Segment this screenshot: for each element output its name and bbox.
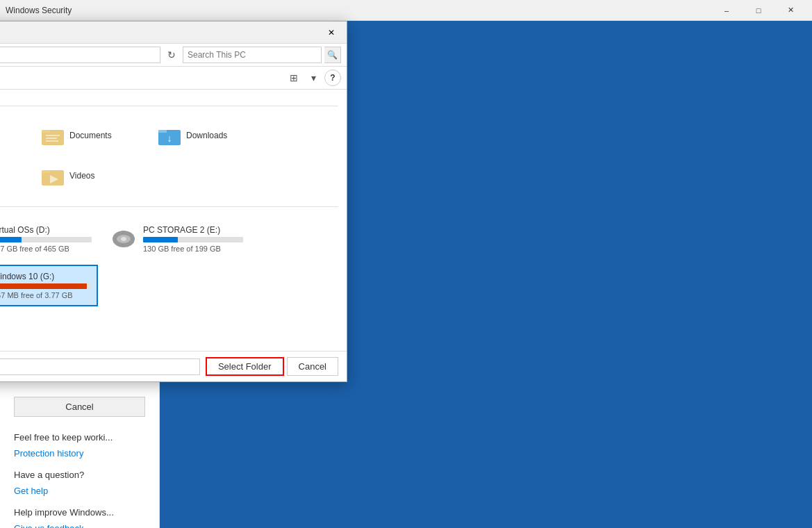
- have-question-text: Have a question?: [0, 461, 159, 483]
- drives-section-header: ▼ Devices and drives (5): [0, 201, 338, 212]
- get-help-link[interactable]: Get help: [0, 483, 159, 499]
- drive-d-info: Virtual OSs (D:) 327 GB free of 465 GB: [0, 225, 92, 253]
- folder-name: Videos: [69, 171, 94, 181]
- folders-section-header: ▼ Folders (7): [0, 101, 338, 111]
- folder-item-downloads[interactable]: ↓ Downloads: [151, 118, 262, 153]
- drive-g-name: Windows 10 (G:): [0, 272, 91, 281]
- search-button[interactable]: 🔍: [324, 47, 341, 63]
- drive-d-free: 327 GB free of 465 GB: [0, 245, 92, 253]
- titlebar-controls: – □ ✕: [711, 0, 806, 21]
- drive-g-bar: [0, 283, 91, 289]
- folder-grid: 3D 3D Objects: [0, 118, 338, 193]
- folder-downloads-icon: ↓: [157, 123, 182, 148]
- address-path[interactable]: 🖥 This PC: [0, 47, 160, 63]
- drive-g-fill: [0, 283, 87, 289]
- drive-g-free: 167 MB free of 3.77 GB: [0, 291, 91, 299]
- keep-working-text: Feel free to keep worki...: [0, 424, 159, 445]
- folder-documents-icon: [40, 123, 65, 148]
- drive-e-free: 130 GB free of 199 GB: [143, 245, 243, 253]
- drive-item-g[interactable]: ✓ Windows 10 (G:) 167 MB free of 3.77 GB: [0, 265, 98, 306]
- svg-rect-9: [46, 140, 58, 142]
- svg-point-32: [121, 237, 126, 241]
- maximize-button[interactable]: □: [743, 0, 774, 21]
- minimize-button[interactable]: –: [711, 0, 743, 21]
- drive-item-d[interactable]: Virtual OSs (D:) 327 GB free of 465 GB: [0, 219, 98, 259]
- view-dropdown-button[interactable]: ▾: [305, 69, 322, 86]
- view-toggle-button[interactable]: ⊞: [285, 69, 302, 86]
- select-folder-dialog: Select Folder ✕ ← → ▾ ↑ 🖥 This PC ↻ 🔍: [0, 21, 347, 382]
- drive-e-name: PC STORAGE 2 (E:): [143, 225, 243, 235]
- svg-rect-11: [158, 130, 167, 133]
- help-button[interactable]: ?: [324, 69, 341, 86]
- folder-item-documents[interactable]: Documents: [34, 118, 145, 153]
- svg-rect-21: [42, 170, 50, 173]
- folder-item-videos[interactable]: Videos: [34, 158, 145, 193]
- dialog-bottom-bar: Folder: Select Folder Cancel: [0, 351, 347, 381]
- dialog-close-button[interactable]: ✕: [322, 23, 341, 42]
- svg-text:↓: ↓: [167, 133, 172, 144]
- folder-item-desktop[interactable]: Desktop: [0, 118, 28, 153]
- section-divider: [0, 206, 338, 207]
- dialog-content: ⬇ Downloads 📌 🖥 This PC 📁 3D Objects 📁: [0, 90, 347, 351]
- address-bar: ← → ▾ ↑ 🖥 This PC ↻ 🔍: [0, 44, 347, 67]
- refresh-button[interactable]: ↻: [163, 47, 180, 63]
- dialog-cancel-button[interactable]: Cancel: [287, 357, 338, 376]
- svg-rect-6: [42, 130, 50, 133]
- cancel-button[interactable]: Cancel: [14, 397, 145, 417]
- titlebar-title: Windows Security: [6, 6, 72, 15]
- drive-d-fill: [0, 237, 22, 242]
- file-area: ▼ Folders (7) 3D: [0, 90, 347, 351]
- drive-item-e[interactable]: PC STORAGE 2 (E:) 130 GB free of 199 GB: [103, 219, 249, 259]
- svg-rect-7: [46, 135, 60, 136]
- protection-history-link[interactable]: Protection history: [0, 445, 159, 461]
- organize-bar: Organize ▾ ⊞ ▾ ?: [0, 67, 347, 90]
- svg-rect-8: [46, 138, 57, 139]
- view-controls: ⊞ ▾ ?: [285, 69, 341, 86]
- dialog-action-buttons: Select Folder Cancel: [206, 357, 338, 376]
- folder-name: Downloads: [186, 131, 227, 140]
- main-layout: ← ⌂ 🛡 👤 📶 🌐 💻 ❤: [0, 21, 812, 528]
- select-folder-button[interactable]: Select Folder: [206, 357, 284, 376]
- drive-e-icon: [110, 225, 138, 253]
- right-area: Select Folder ✕ ← → ▾ ↑ 🖥 This PC ↻ 🔍: [160, 21, 812, 528]
- drives-grid: WINDOWS 10 (C:) 141 GB free of 465 GB: [0, 219, 338, 306]
- folder-item-pictures[interactable]: Pictures: [0, 158, 28, 193]
- dialog-titlebar: Select Folder ✕: [0, 22, 347, 44]
- drive-e-bar: [143, 237, 243, 242]
- titlebar: Windows Security – □ ✕: [0, 0, 812, 21]
- section-divider: [0, 106, 338, 106]
- drive-e-fill: [143, 237, 178, 242]
- give-feedback-link[interactable]: Give us feedback: [0, 520, 159, 528]
- help-improve-text: Help improve Windows...: [0, 499, 159, 520]
- drive-d-bar: [0, 237, 92, 242]
- drive-e-info: PC STORAGE 2 (E:) 130 GB free of 199 GB: [143, 225, 243, 253]
- search-input[interactable]: [183, 47, 322, 63]
- folder-path-input[interactable]: [0, 358, 200, 375]
- drive-g-info: Windows 10 (G:) 167 MB free of 3.77 GB: [0, 272, 91, 299]
- close-button[interactable]: ✕: [774, 0, 806, 21]
- folder-name: Documents: [69, 131, 112, 140]
- drive-d-name: Virtual OSs (D:): [0, 225, 92, 235]
- folder-videos-icon: [40, 163, 65, 188]
